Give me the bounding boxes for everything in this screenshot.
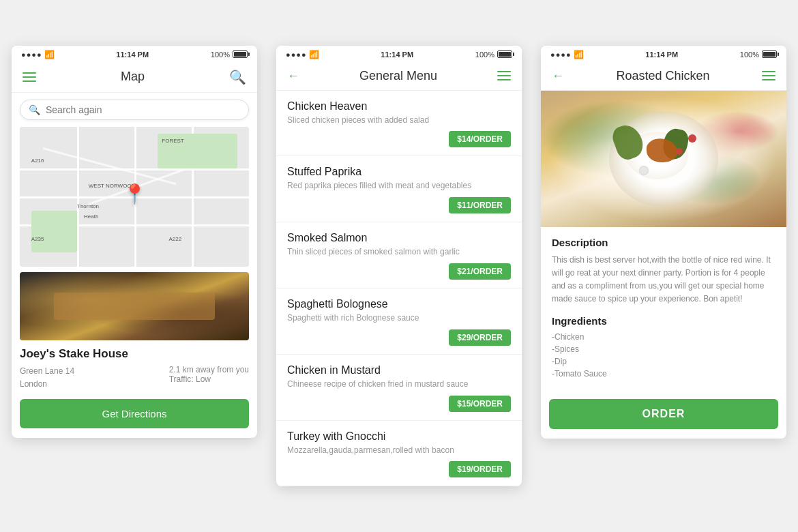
battery-icon-2: [497, 50, 512, 58]
restaurant-name: Joey's Stake House: [20, 347, 249, 361]
nav-title-1: Map: [121, 70, 145, 84]
battery-icon-1: [233, 50, 248, 58]
status-time-3: 11:14 PM: [645, 50, 678, 59]
address-line2: London: [20, 378, 74, 391]
map-label-forest: FOREST: [162, 138, 183, 144]
distance: 2.1 km away from you: [169, 365, 249, 374]
menu-item-3[interactable]: Spaghetti Bolognese Spaghetti with rich …: [276, 289, 522, 355]
nav-bar-1: Map 🔍: [12, 63, 257, 93]
hamburger-icon-3[interactable]: [762, 71, 775, 80]
ingredient-1: -Spices: [552, 344, 775, 354]
map-label-a216: A216: [31, 158, 44, 164]
menu-item-name-0: Chicken Heaven: [287, 100, 511, 113]
battery-fill-2: [499, 52, 511, 57]
status-left-2: ●●●● 📶: [286, 50, 319, 59]
status-bar-3: ●●●● 📶 11:14 PM 100%: [541, 46, 786, 63]
description-text: This dish is best server hot,with the bo…: [552, 254, 775, 306]
nav-bar-3: ← Roasted Chicken: [541, 63, 786, 91]
menu-item-name-2: Smoked Salmon: [287, 232, 511, 244]
menu-item-1[interactable]: Stuffed Paprika Red paprika pieces fille…: [276, 156, 522, 222]
restaurant-address: Green Lane 14 London: [20, 365, 74, 391]
restaurant-distance-info: 2.1 km away from you Traffic: Low: [169, 365, 249, 391]
battery-label-1: 100%: [211, 50, 230, 59]
battery-fill-1: [234, 52, 246, 57]
wifi-icon-1: 📶: [44, 50, 55, 59]
restaurant-details: Green Lane 14 London 2.1 km away from yo…: [20, 365, 249, 391]
map-label-a222: A222: [168, 236, 181, 242]
status-time-2: 11:14 PM: [381, 50, 413, 59]
status-bar-1: ●●●● 📶 11:14 PM 100%: [12, 46, 257, 63]
search-icon-1[interactable]: 🔍: [229, 69, 246, 85]
signal-dots-3: ●●●●: [550, 50, 572, 59]
status-right-2: 100%: [475, 50, 512, 59]
menu-item-desc-2: Thin sliced pieces of smoked salmon with…: [287, 246, 511, 258]
signal-dots-2: ●●●●: [286, 50, 307, 59]
ingredient-3: -Tomato Sauce: [552, 369, 775, 379]
order-btn-3[interactable]: $29/ORDER: [449, 329, 511, 346]
search-bar[interactable]: 🔍: [20, 100, 249, 120]
menu-item-2[interactable]: Smoked Salmon Thin sliced pieces of smok…: [276, 222, 522, 289]
search-input[interactable]: [46, 104, 240, 115]
nav-bar-2: ← General Menu: [276, 63, 522, 91]
back-icon-2[interactable]: ←: [287, 69, 299, 83]
map-label-heath: Heath: [84, 213, 98, 220]
search-bar-icon: 🔍: [29, 104, 40, 115]
battery-icon-3: [762, 50, 777, 58]
wifi-icon-2: 📶: [309, 50, 319, 59]
map-label-thornton: Thornton: [77, 203, 99, 209]
green-area: [31, 211, 77, 253]
ingredient-0: -Chicken: [552, 332, 775, 342]
ingredients-title: Ingredients: [552, 315, 775, 327]
tomato-2: [676, 148, 683, 155]
menu-item-4[interactable]: Chicken in Mustard Chineese recipe of ch…: [276, 355, 522, 421]
hamburger-icon-2[interactable]: [497, 71, 511, 80]
get-directions-button[interactable]: Get Directions: [20, 399, 249, 428]
order-btn-2[interactable]: $21/ORDER: [449, 263, 511, 280]
hamburger-icon-1[interactable]: [23, 72, 36, 82]
battery-fill-3: [763, 52, 775, 57]
menu-item-name-5: Turkey with Gnocchi: [287, 430, 511, 443]
map-label-a235: A235: [31, 236, 44, 242]
order-btn-1[interactable]: $11/ORDER: [449, 197, 511, 213]
dish-image-inner: [541, 91, 786, 227]
menu-item-desc-3: Spaghetti with rich Bolognese sauce: [287, 312, 511, 324]
menu-item-footer-2: $21/ORDER: [287, 263, 511, 280]
status-bar-2: ●●●● 📶 11:14 PM 100%: [276, 46, 522, 63]
dish-image: [541, 91, 786, 227]
menu-list: Chicken Heaven Sliced chicken pieces wit…: [276, 91, 522, 487]
ingredient-2: -Dip: [552, 357, 775, 366]
menu-item-name-3: Spaghetti Bolognese: [287, 298, 511, 310]
back-icon-3[interactable]: ←: [552, 69, 564, 83]
menu-item-desc-5: Mozzarella,gauda,parmesan,rolled with ba…: [287, 445, 511, 456]
menu-item-name-1: Stuffed Paprika: [287, 166, 511, 178]
screen-map: ●●●● 📶 11:14 PM 100% Map 🔍 🔍: [12, 46, 257, 438]
order-btn-5[interactable]: $19/ORDER: [449, 461, 511, 477]
menu-item-name-4: Chicken in Mustard: [287, 364, 511, 376]
order-big-button[interactable]: ORDER: [549, 399, 778, 429]
tomato-1: [688, 134, 696, 143]
order-btn-0[interactable]: $14/ORDER: [449, 131, 511, 147]
order-btn-4[interactable]: $15/ORDER: [449, 396, 511, 412]
signal-dots-1: ●●●●: [21, 50, 42, 59]
menu-item-desc-1: Red paprika pieces filled with meat and …: [287, 180, 511, 192]
menu-item-0[interactable]: Chicken Heaven Sliced chicken pieces wit…: [276, 91, 522, 157]
screens-container: ●●●● 📶 11:14 PM 100% Map 🔍 🔍: [12, 46, 786, 487]
nav-title-3: Roasted Chicken: [616, 69, 709, 83]
traffic: Traffic: Low: [169, 374, 249, 384]
menu-item-desc-4: Chineese recipe of chicken fried in must…: [287, 379, 511, 390]
menu-item-footer-1: $11/ORDER: [287, 197, 511, 213]
status-left-3: ●●●● 📶: [550, 50, 584, 59]
menu-item-footer-3: $29/ORDER: [287, 329, 511, 346]
map-area[interactable]: FOREST WEST NORWOOD Thornton Heath A216 …: [20, 127, 249, 267]
screen-menu: ●●●● 📶 11:14 PM 100% ← General Menu: [276, 46, 522, 487]
screen-detail: ●●●● 📶 11:14 PM 100% ← Roasted Chicken: [541, 46, 786, 439]
status-time-1: 11:14 PM: [116, 50, 149, 59]
radish: [639, 166, 649, 175]
battery-label-2: 100%: [475, 50, 494, 59]
address-line1: Green Lane 14: [20, 365, 74, 378]
battery-label-3: 100%: [740, 50, 759, 59]
menu-item-desc-0: Sliced chicken pieces with added salad: [287, 115, 511, 126]
menu-item-footer-5: $19/ORDER: [287, 461, 511, 477]
menu-item-footer-4: $15/ORDER: [287, 396, 511, 412]
menu-item-5[interactable]: Turkey with Gnocchi Mozzarella,gauda,par…: [276, 421, 522, 487]
